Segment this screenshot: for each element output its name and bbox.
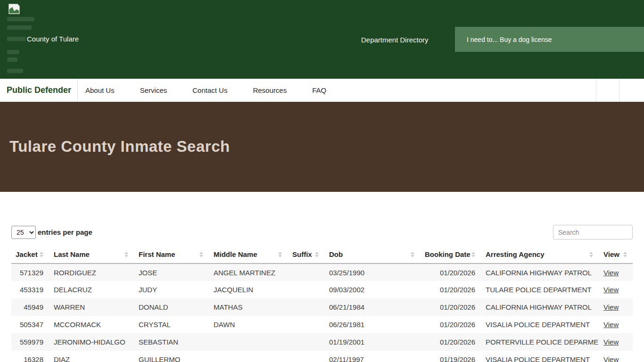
cell-dob: 03/25/1990	[324, 263, 420, 281]
cell-view: View	[599, 333, 633, 351]
department-directory-link[interactable]: Department Directory	[361, 36, 429, 44]
entries-per-page-label: entries per page	[38, 228, 92, 236]
sort-icon	[315, 252, 319, 257]
column-header-label: Suffix	[292, 250, 312, 258]
sort-icon	[124, 252, 128, 257]
view-link[interactable]: View	[603, 286, 619, 294]
cell-suffix	[288, 316, 324, 333]
view-link[interactable]: View	[603, 338, 619, 346]
cell-middle-name: DAWN	[209, 316, 288, 333]
cell-dob: 09/03/2002	[324, 281, 420, 298]
nav-item-about-us[interactable]: About Us	[85, 79, 115, 102]
cell-first-name: JOSE	[134, 263, 209, 281]
logo-alt-text-line	[7, 25, 32, 30]
column-header-dob[interactable]: Dob	[324, 246, 420, 263]
cell-jacket: 45949	[11, 298, 49, 316]
nav-item-contact-us[interactable]: Contact Us	[192, 79, 227, 102]
table-row: 571329RORDIGUEZJOSEANGEL MARTINEZ03/25/1…	[11, 263, 633, 281]
cell-view: View	[599, 316, 633, 333]
cell-middle-name	[209, 333, 288, 351]
broken-image-icon	[8, 4, 20, 14]
cell-booking-date: 01/20/2026	[420, 281, 481, 298]
site-name[interactable]: County of Tulare	[27, 35, 79, 43]
column-header-jacket[interactable]: Jacket	[11, 246, 49, 263]
table-row: 16328DIAZGUILLERMO02/11/199701/19/2026VI…	[11, 351, 633, 362]
cell-arresting-agency: CALIFORNIA HIGHWAY PATROL	[481, 263, 599, 281]
page-title: Tulare County Inmate Search	[9, 138, 644, 156]
cell-first-name: SEBASTIAN	[134, 333, 209, 351]
column-header-first-name[interactable]: First Name	[134, 246, 209, 263]
cell-arresting-agency: VISALIA POLICE DEPARTMENT	[481, 316, 599, 333]
inmate-table-head: JacketLast NameFirst NameMiddle NameSuff…	[11, 246, 633, 263]
logo-alt-text-line	[7, 17, 34, 21]
column-header-arresting-agency[interactable]: Arresting Agency	[481, 246, 599, 263]
cell-booking-date: 01/20/2026	[420, 263, 481, 281]
column-header-last-name[interactable]: Last Name	[49, 246, 134, 263]
search-input[interactable]	[553, 225, 633, 239]
cell-first-name: JUDY	[134, 281, 209, 298]
cell-view: View	[599, 351, 633, 362]
sort-icon	[199, 252, 203, 257]
cell-dob: 02/11/1997	[324, 351, 420, 362]
cell-jacket: 453319	[11, 281, 49, 298]
column-header-label: Jacket	[16, 250, 38, 258]
cell-middle-name	[209, 351, 288, 362]
cell-first-name: CRYSTAL	[134, 316, 209, 333]
logo-alt-text-line	[7, 50, 19, 54]
sort-icon	[623, 252, 627, 257]
cell-dob: 06/26/1981	[324, 316, 420, 333]
column-header-label: Last Name	[54, 250, 90, 258]
cell-view: View	[599, 263, 633, 281]
entries-per-page-select[interactable]: 25	[11, 226, 36, 239]
logo-alt-text-line	[7, 58, 17, 62]
cell-view: View	[599, 298, 633, 316]
nav-item-faq[interactable]: FAQ	[312, 79, 326, 102]
column-header-middle-name[interactable]: Middle Name	[209, 246, 288, 263]
view-link[interactable]: View	[603, 321, 619, 329]
cell-last-name: JERONIMO-HIDALGO	[49, 333, 134, 351]
logo-alt-text-line	[7, 37, 26, 41]
cell-jacket: 571329	[11, 263, 49, 281]
cell-dob: 01/19/2001	[324, 333, 420, 351]
view-link[interactable]: View	[603, 303, 619, 311]
nav-spacer	[344, 79, 596, 102]
cell-arresting-agency: PORTERVILLE POLICE DEPARMENT	[481, 333, 599, 351]
cell-middle-name: MATHAS	[209, 298, 288, 316]
table-row: 505347MCCORMACKCRYSTALDAWN06/26/198101/2…	[11, 316, 633, 333]
column-header-label: First Name	[139, 250, 175, 258]
view-link[interactable]: View	[603, 269, 619, 277]
table-row: 45949WARRENDONALDMATHAS06/21/198401/20/2…	[11, 298, 633, 316]
cell-arresting-agency: VISALIA POLICE DEPARTMENT	[481, 351, 599, 362]
main-nav: Public Defender About Us Services Contac…	[0, 79, 644, 102]
cell-jacket: 559979	[11, 333, 49, 351]
column-header-label: View	[603, 250, 619, 258]
i-need-to-button[interactable]: I need to... Buy a dog license	[455, 27, 644, 52]
cell-jacket: 16328	[11, 351, 49, 362]
nav-brand-public-defender[interactable]: Public Defender	[0, 79, 78, 102]
nav-item-services[interactable]: Services	[140, 79, 167, 102]
cell-arresting-agency: CALIFORNIA HIGHWAY PATROL	[481, 298, 599, 316]
table-controls: 25 entries per page	[11, 225, 633, 239]
nav-utility-cell[interactable]	[596, 79, 619, 102]
cell-last-name: MCCORMACK	[49, 316, 134, 333]
cell-dob: 06/21/1984	[324, 298, 420, 316]
content: 25 entries per page JacketLast NameFirst…	[0, 225, 644, 362]
cell-booking-date: 01/20/2026	[420, 316, 481, 333]
column-header-view[interactable]: View	[599, 246, 633, 263]
cell-arresting-agency: TULARE POLICE DEPARTMENT	[481, 281, 599, 298]
sort-icon	[278, 252, 282, 257]
sort-icon	[411, 252, 414, 257]
nav-item-resources[interactable]: Resources	[253, 79, 287, 102]
logo-alt-text-line	[7, 69, 23, 73]
cell-last-name: WARREN	[49, 298, 134, 316]
cell-first-name: GUILLERMO	[134, 351, 209, 362]
cell-middle-name: ANGEL MARTINEZ	[209, 263, 288, 281]
site-header: County of Tulare Department Directory I …	[0, 0, 644, 79]
nav-utility-cell[interactable]	[619, 79, 644, 102]
sort-icon	[471, 252, 475, 257]
view-link[interactable]: View	[603, 355, 619, 362]
column-header-suffix[interactable]: Suffix	[288, 246, 324, 263]
cell-last-name: DELACRUZ	[49, 281, 134, 298]
hero-banner: Tulare County Inmate Search	[0, 102, 644, 192]
column-header-booking-date[interactable]: Booking Date	[420, 246, 481, 263]
